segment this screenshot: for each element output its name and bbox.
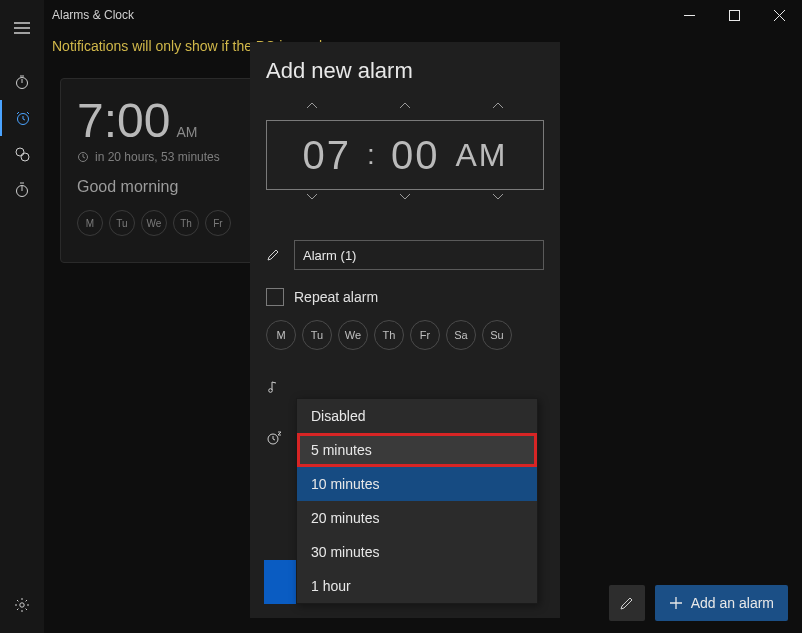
minimize-button[interactable]: [667, 0, 712, 30]
day-toggle-thu[interactable]: Th: [374, 320, 404, 350]
svg-point-3: [21, 153, 29, 161]
alarm-icon[interactable]: [0, 100, 44, 136]
day-chip: M: [77, 210, 103, 236]
minute-down-button[interactable]: [398, 190, 412, 212]
day-toggle-tue[interactable]: Tu: [302, 320, 332, 350]
ampm-down-button[interactable]: [491, 190, 505, 212]
repeat-label: Repeat alarm: [294, 289, 378, 305]
day-toggle-sun[interactable]: Su: [482, 320, 512, 350]
alarm-ampm: AM: [176, 124, 197, 148]
snooze-option-20min[interactable]: 20 minutes: [297, 501, 537, 535]
plus-icon: [669, 596, 683, 610]
alarm-name-input[interactable]: [294, 240, 544, 270]
stopwatch-icon[interactable]: [0, 172, 44, 208]
ampm-up-button[interactable]: [491, 98, 505, 120]
minute-value[interactable]: 00: [391, 133, 440, 178]
add-alarm-button[interactable]: Add an alarm: [655, 585, 788, 621]
snooze-icon: [266, 430, 284, 446]
repeat-days: M Tu We Th Fr Sa Su: [266, 320, 544, 350]
day-chip: Fr: [205, 210, 231, 236]
settings-icon[interactable]: [0, 587, 44, 623]
app-title: Alarms & Clock: [52, 8, 134, 22]
hour-up-button[interactable]: [305, 98, 319, 120]
snooze-option-10min[interactable]: 10 minutes: [297, 467, 537, 501]
pencil-icon: [619, 595, 635, 611]
svg-point-5: [20, 603, 24, 607]
day-toggle-wed[interactable]: We: [338, 320, 368, 350]
sidebar: [0, 0, 44, 633]
time-display[interactable]: 07 : 00 AM: [266, 120, 544, 190]
snooze-dropdown[interactable]: Disabled 5 minutes 10 minutes 20 minutes…: [296, 398, 538, 604]
hour-down-button[interactable]: [305, 190, 319, 212]
hamburger-icon[interactable]: [0, 10, 44, 46]
snooze-option-disabled[interactable]: Disabled: [297, 399, 537, 433]
add-alarm-label: Add an alarm: [691, 595, 774, 611]
hour-value[interactable]: 07: [303, 133, 352, 178]
svg-point-8: [269, 389, 273, 393]
bell-icon: [77, 151, 89, 163]
day-chip: We: [141, 210, 167, 236]
day-chip: Th: [173, 210, 199, 236]
svg-rect-6: [730, 10, 740, 20]
snooze-option-30min[interactable]: 30 minutes: [297, 535, 537, 569]
snooze-option-1hour[interactable]: 1 hour: [297, 569, 537, 603]
window-controls: [667, 0, 802, 30]
world-clock-icon[interactable]: [0, 136, 44, 172]
repeat-checkbox[interactable]: [266, 288, 284, 306]
timer-icon[interactable]: [0, 64, 44, 100]
dialog-title: Add new alarm: [250, 42, 560, 94]
day-toggle-sat[interactable]: Sa: [446, 320, 476, 350]
alarm-time: 7:00: [77, 93, 170, 148]
edit-icon: [266, 248, 284, 262]
edit-alarms-button[interactable]: [609, 585, 645, 621]
day-chip: Tu: [109, 210, 135, 236]
close-button[interactable]: [757, 0, 802, 30]
ampm-value[interactable]: AM: [455, 137, 507, 174]
bottom-action-bar: Add an alarm: [609, 585, 788, 621]
music-note-icon: [266, 380, 284, 394]
day-toggle-mon[interactable]: M: [266, 320, 296, 350]
minute-up-button[interactable]: [398, 98, 412, 120]
maximize-button[interactable]: [712, 0, 757, 30]
time-picker: 07 : 00 AM: [266, 98, 544, 212]
svg-point-2: [16, 148, 24, 156]
snooze-option-5min[interactable]: 5 minutes: [297, 433, 537, 467]
day-toggle-fri[interactable]: Fr: [410, 320, 440, 350]
